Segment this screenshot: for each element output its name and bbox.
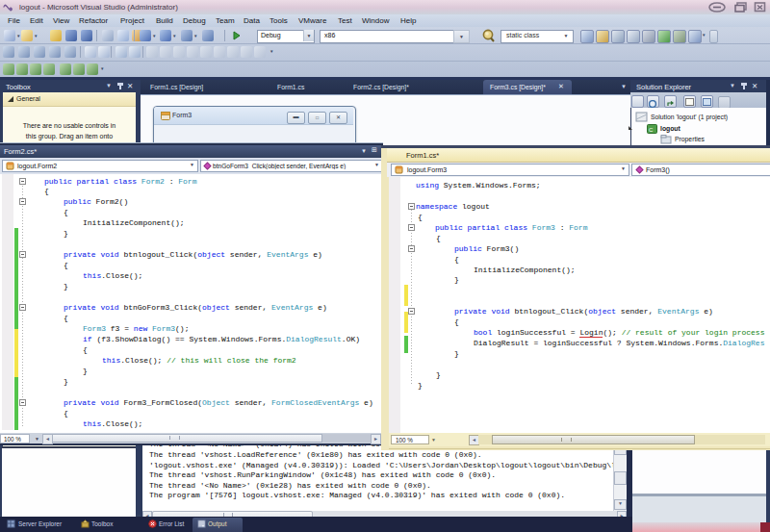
svg-text:C: C [649, 127, 654, 133]
